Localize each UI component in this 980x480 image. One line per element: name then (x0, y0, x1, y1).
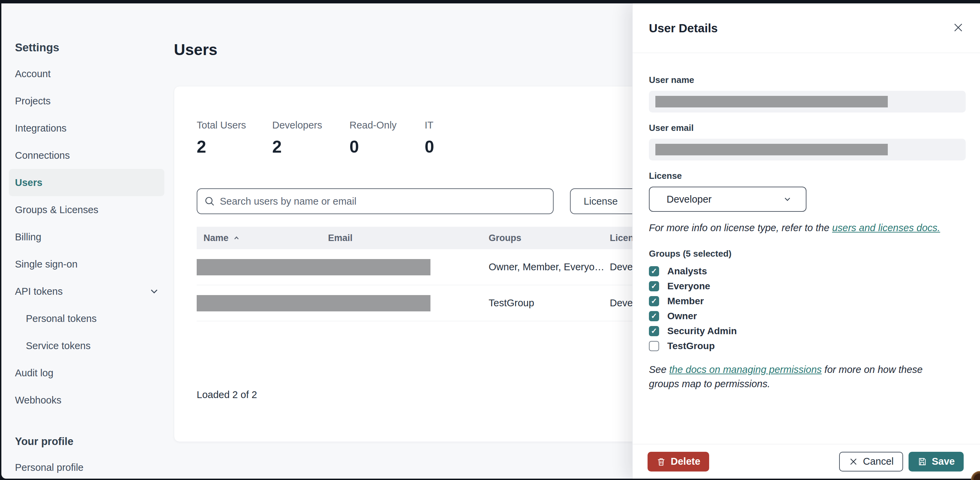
sidebar-item-billing[interactable]: Billing (15, 223, 165, 250)
checkbox[interactable]: ✓ (649, 311, 659, 321)
table-header-row: Name Email Groups License (197, 227, 655, 249)
checkbox[interactable]: ✓ (649, 281, 659, 291)
sidebar-item-connections[interactable]: Connections (15, 142, 165, 169)
redacted-name-email (197, 295, 430, 311)
check-icon: ✓ (651, 282, 657, 290)
license-selected-value: Developer (667, 194, 711, 205)
user-stats: Total Users 2 Developers 2 Read-Only 0 I… (197, 119, 655, 156)
groups-checkbox-list: ✓ Analysts ✓ Everyone ✓ Member ✓ Owner ✓ (649, 264, 966, 353)
table-row[interactable]: Owner, Member, Everyo… Developer (197, 249, 655, 285)
close-icon (849, 457, 858, 466)
save-button[interactable]: Save (908, 452, 964, 472)
license-label: License (649, 171, 966, 181)
drawer-body: User name User email License Developer F… (633, 53, 980, 391)
user-email-label: User email (649, 123, 966, 133)
checkbox[interactable]: ✓ (649, 296, 659, 306)
check-icon: ✓ (651, 268, 657, 275)
users-card: Total Users 2 Developers 2 Read-Only 0 I… (174, 86, 678, 442)
sidebar-item-personal-tokens[interactable]: Personal tokens (15, 305, 165, 332)
settings-sidebar: Settings Account Projects Integrations C… (2, 3, 172, 478)
footer-actions: Cancel Save (839, 452, 964, 472)
sidebar-item-audit-log[interactable]: Audit log (15, 359, 165, 387)
stat-it: IT 0 (425, 119, 434, 156)
group-option-everyone[interactable]: ✓ Everyone (649, 279, 966, 294)
check-icon: ✓ (651, 312, 657, 320)
user-details-drawer: User Details User name User email Licens… (632, 3, 980, 478)
group-option-analysts[interactable]: ✓ Analysts (649, 264, 966, 279)
cell-groups: Owner, Member, Everyo… (488, 261, 610, 272)
drawer-footer: Delete Cancel Save (633, 444, 980, 478)
sidebar-heading-settings: Settings (15, 41, 172, 54)
save-floppy-icon (917, 457, 927, 466)
sidebar-item-projects[interactable]: Projects (15, 87, 165, 114)
users-licenses-docs-link[interactable]: users and licenses docs. (832, 222, 940, 233)
checkbox[interactable]: ✓ (649, 326, 659, 336)
sidebar-item-account[interactable]: Account (15, 60, 165, 87)
user-name-field[interactable] (649, 91, 966, 112)
sort-ascending-icon (232, 234, 241, 242)
sidebar-item-users[interactable]: Users (9, 169, 164, 196)
search-input[interactable] (197, 189, 554, 214)
permissions-note: See the docs on managing permissions for… (649, 363, 955, 391)
checkbox[interactable]: ✓ (649, 266, 659, 276)
redacted-name-email (197, 259, 430, 276)
sidebar-nav: Account Projects Integrations Connection… (15, 60, 172, 414)
check-icon: ✓ (651, 298, 657, 305)
search-icon (204, 196, 215, 207)
search-box (197, 189, 554, 214)
group-option-owner[interactable]: ✓ Owner (649, 309, 966, 324)
delete-button[interactable]: Delete (648, 452, 709, 472)
column-header-email[interactable]: Email (328, 233, 488, 243)
app-window: Settings Account Projects Integrations C… (2, 3, 980, 478)
users-table: Name Email Groups License Owner, Member,… (197, 227, 655, 321)
license-info-note: For more info on license type, refer to … (649, 221, 966, 235)
sidebar-item-api-tokens[interactable]: API tokens (15, 278, 165, 305)
drawer-title: User Details (649, 21, 718, 35)
sidebar-item-webhooks[interactable]: Webhooks (15, 387, 165, 414)
group-option-security-admin[interactable]: ✓ Security Admin (649, 324, 966, 339)
stat-read-only: Read-Only 0 (350, 119, 425, 156)
checkbox[interactable]: ✓ (649, 341, 659, 351)
sidebar-item-service-tokens[interactable]: Service tokens (15, 332, 165, 359)
check-icon: ✓ (651, 327, 657, 335)
column-header-groups[interactable]: Groups (488, 233, 610, 243)
stat-developers: Developers 2 (272, 119, 350, 156)
license-select[interactable]: Developer (649, 187, 807, 212)
redacted-user-email (655, 144, 888, 155)
sidebar-item-single-sign-on[interactable]: Single sign-on (15, 250, 165, 278)
stat-total-users: Total Users 2 (197, 119, 272, 156)
chevron-down-icon (148, 285, 160, 297)
trash-icon (656, 457, 666, 466)
cursor-artifact (969, 468, 980, 480)
group-option-testgroup[interactable]: ✓ TestGroup (649, 339, 966, 353)
cell-groups: TestGroup (488, 298, 610, 309)
drawer-header: User Details (633, 3, 980, 53)
column-header-name[interactable]: Name (197, 233, 328, 243)
cancel-button[interactable]: Cancel (839, 452, 903, 472)
sidebar-heading-your-profile: Your profile (15, 428, 172, 455)
table-controls: License (197, 189, 655, 214)
sidebar-item-groups-licenses[interactable]: Groups & Licenses (15, 196, 165, 223)
loaded-status: Loaded 2 of 2 (197, 389, 655, 401)
user-email-field[interactable] (649, 139, 966, 160)
close-icon[interactable] (951, 21, 965, 35)
chevron-down-icon (783, 195, 792, 204)
table-row[interactable]: TestGroup Developer (197, 285, 655, 321)
sidebar-item-personal-profile[interactable]: Personal profile (15, 455, 165, 478)
group-option-member[interactable]: ✓ Member (649, 294, 966, 309)
groups-label: Groups (5 selected) (649, 249, 966, 259)
redacted-user-name (655, 96, 888, 108)
sidebar-item-integrations[interactable]: Integrations (15, 114, 165, 142)
managing-permissions-docs-link[interactable]: the docs on managing permissions (669, 364, 822, 375)
user-name-label: User name (649, 75, 966, 86)
